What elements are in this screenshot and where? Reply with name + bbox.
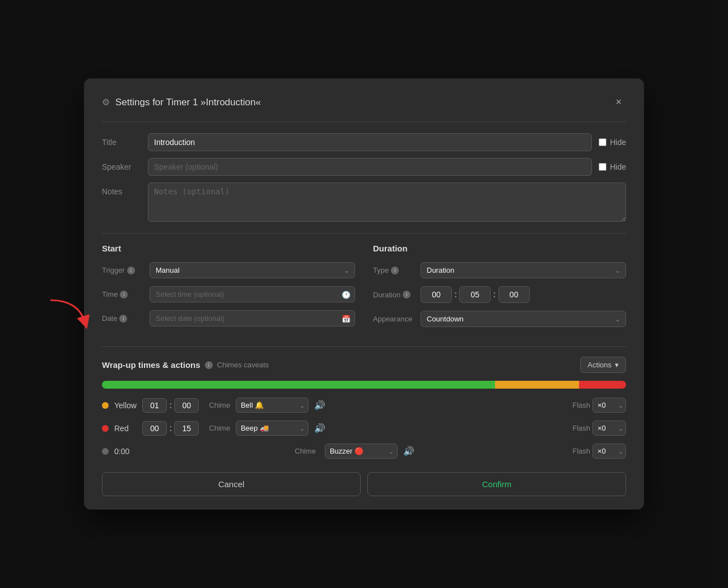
time-label: Time i [102, 290, 144, 298]
title-label: Title [102, 133, 141, 147]
calendar-icon: 📅 [342, 314, 351, 323]
speaker-hide-checkbox[interactable] [599, 163, 606, 171]
trigger-select[interactable]: Manual [150, 262, 355, 278]
type-row: Type i Duration [373, 262, 626, 278]
zero-chime-wrapper: Buzzer 🔴 [325, 444, 398, 459]
progress-red [579, 381, 626, 389]
yellow-flash-select[interactable]: ×0 [592, 398, 626, 413]
progress-green [102, 381, 495, 389]
speaker-input[interactable] [148, 158, 592, 176]
red-chime-label: Chime [209, 424, 230, 432]
title-hide-label: Hide [610, 138, 626, 147]
title-input[interactable] [148, 133, 592, 151]
yellow-hh[interactable] [142, 398, 167, 413]
yellow-chime-wrapper: Bell 🔔 [236, 398, 309, 413]
date-label: Date i [102, 314, 144, 323]
wrapup-title-group: Wrap-up times & actions i Chimes caveats [102, 360, 269, 370]
yellow-mm[interactable] [174, 398, 199, 413]
trigger-label: Trigger i [102, 266, 144, 274]
red-hh[interactable] [142, 421, 167, 436]
notes-textarea[interactable] [148, 183, 626, 222]
wrapup-row-red: Red : Chime Beep 🚚 🔊 Flash ×0 [102, 421, 626, 436]
progress-yellow [495, 381, 579, 389]
notes-row: Notes [102, 183, 626, 222]
duration-inputs: : : [421, 286, 530, 303]
yellow-flash-group: Flash ×0 [572, 398, 626, 413]
title-hide-group: Hide [599, 133, 626, 147]
zero-flash-select[interactable]: ×0 [592, 444, 626, 459]
dot-red [102, 425, 109, 432]
clock-icon: 🕐 [342, 290, 351, 298]
duration-sep-1: : [454, 290, 457, 300]
yellow-label: Yellow [114, 401, 137, 410]
trigger-select-wrapper: Manual [150, 262, 355, 278]
red-time: : [142, 421, 199, 436]
header-divider [102, 122, 626, 122]
duration-ss[interactable] [498, 286, 530, 303]
actions-button[interactable]: Actions ▾ [580, 357, 626, 373]
dot-yellow [102, 402, 109, 409]
appearance-select[interactable]: Countdown [421, 311, 626, 327]
start-title: Start [102, 244, 355, 253]
red-mm[interactable] [174, 421, 199, 436]
speaker-row: Speaker Hide [102, 158, 626, 176]
zero-label: 0:00 [114, 447, 137, 456]
red-flash-group: Flash ×0 [572, 421, 626, 436]
notes-label: Notes [102, 183, 141, 196]
red-flash-wrapper: ×0 [592, 421, 626, 436]
dialog-header: ⚙ Settings for Timer 1 »Introduction« × [102, 94, 626, 110]
zero-volume-icon[interactable]: 🔊 [403, 446, 414, 456]
zero-flash-wrapper: ×0 [592, 444, 626, 459]
trigger-info-icon[interactable]: i [127, 267, 135, 274]
type-info-icon[interactable]: i [391, 267, 399, 274]
yellow-sep: : [169, 400, 172, 410]
close-button[interactable]: × [611, 94, 626, 110]
chimes-note[interactable]: Chimes caveats [217, 361, 269, 369]
duration-input-row: Duration i : : [373, 286, 626, 303]
date-input[interactable] [150, 310, 355, 326]
wrapup-row-zero: 0:00 Chime Buzzer 🔴 🔊 Flash ×0 [102, 444, 626, 459]
time-input[interactable] [150, 286, 355, 302]
speaker-hide-label: Hide [610, 162, 626, 171]
red-flash-label: Flash [572, 424, 590, 432]
section-divider-1 [102, 233, 626, 234]
type-select[interactable]: Duration [421, 262, 626, 278]
trigger-row: Trigger i Manual [102, 262, 355, 278]
red-sep: : [169, 423, 172, 433]
zero-flash-group: Flash ×0 [572, 444, 626, 459]
appearance-row: Appearance Countdown [373, 311, 626, 327]
yellow-volume-icon[interactable]: 🔊 [314, 400, 325, 410]
zero-chime-label: Chime [295, 447, 316, 455]
section-divider-2 [102, 346, 626, 347]
red-volume-icon[interactable]: 🔊 [314, 423, 325, 433]
duration-info-icon[interactable]: i [403, 291, 410, 298]
zero-chime-select[interactable]: Buzzer 🔴 [325, 444, 398, 459]
duration-mm[interactable] [459, 286, 491, 303]
yellow-chime-select[interactable]: Bell 🔔 [236, 398, 309, 413]
duration-hh[interactable] [421, 286, 452, 303]
red-flash-select[interactable]: ×0 [592, 421, 626, 436]
wrapup-title: Wrap-up times & actions [102, 360, 200, 370]
date-info-icon[interactable]: i [119, 315, 127, 323]
title-hide-checkbox[interactable] [599, 138, 606, 146]
type-select-wrapper: Duration [421, 262, 626, 278]
confirm-button[interactable]: Confirm [367, 472, 626, 496]
duration-column: Duration Type i Duration Duration [373, 244, 626, 335]
duration-sep-2: : [493, 290, 496, 300]
start-duration-columns: Start Trigger i Manual Time [102, 244, 626, 335]
dot-gray [102, 448, 109, 455]
appearance-select-wrapper: Countdown [421, 311, 626, 327]
time-info-icon[interactable]: i [120, 291, 128, 298]
wrapup-row-yellow: Yellow : Chime Bell 🔔 🔊 Flash ×0 [102, 398, 626, 413]
dialog-title-text: Settings for Timer 1 »Introduction« [115, 97, 261, 108]
wrapup-header: Wrap-up times & actions i Chimes caveats… [102, 357, 626, 373]
actions-chevron-icon: ▾ [615, 361, 619, 369]
progress-bar [102, 381, 626, 389]
wrapup-info-icon[interactable]: i [205, 361, 213, 369]
date-field: 📅 [150, 310, 355, 326]
yellow-chime-label: Chime [209, 401, 230, 409]
red-chime-select[interactable]: Beep 🚚 [236, 421, 309, 436]
time-field: 🕐 [150, 286, 355, 302]
speaker-hide-group: Hide [599, 158, 626, 171]
cancel-button[interactable]: Cancel [102, 472, 361, 496]
